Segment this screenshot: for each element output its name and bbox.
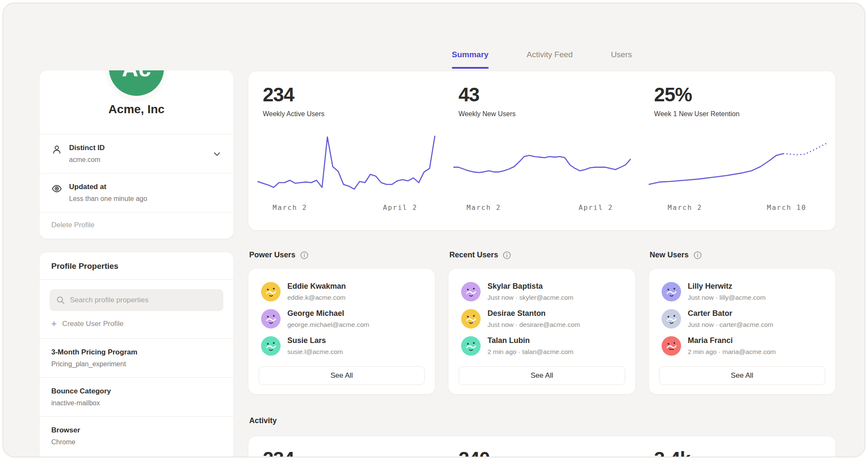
user-detail: susie.l@acme.com <box>287 348 343 356</box>
info-icon[interactable] <box>503 251 511 259</box>
property-row: Browser Chrome <box>39 417 234 455</box>
property-value: inactive-mailbox <box>51 399 222 407</box>
activity-stat-value: 3.4k <box>654 449 835 457</box>
x-tick-label: March 10 <box>767 204 807 212</box>
user-row[interactable]: Desirae Stanton Just now · desirare@acme… <box>459 305 625 332</box>
user-name: Lilly Herwitz <box>688 282 766 291</box>
x-tick-label: April 2 <box>383 204 417 212</box>
profile-card: Ac Acme, Inc Distinct ID acme.com <box>39 70 234 239</box>
user-detail: 2 min ago · talan@acme.com <box>487 348 573 356</box>
see-all-button[interactable]: See All <box>259 366 425 385</box>
create-user-profile-button[interactable]: + Create User Profile <box>39 311 234 338</box>
user-detail: george.michael@acme.com <box>287 321 369 329</box>
x-tick-label: April 2 <box>579 204 613 212</box>
user-detail: Just now · desirare@acme.com <box>487 321 580 329</box>
user-name: Maria Franci <box>688 336 776 345</box>
power-users-card: Eddie Kwakman eddie.k@acme.com George Mi… <box>248 269 435 394</box>
user-detail: Just now · lilly@acme.com <box>688 294 766 301</box>
profile-properties-title: Profile Properties <box>39 252 234 279</box>
recent-users-card: Skylar Baptista Just now · skyler@acme.c… <box>448 269 635 394</box>
profile-properties-card: Profile Properties + Create User Profile… <box>39 252 234 457</box>
x-tick-label: March 2 <box>467 204 501 212</box>
profile-sidebar: Ac Acme, Inc Distinct ID acme.com <box>39 41 234 457</box>
power-users-title: Power Users <box>249 251 295 259</box>
user-detail: Just now · carter@acme.com <box>688 321 773 329</box>
property-value: Chrome <box>51 438 222 446</box>
recent-users-column: Recent Users Skylar Baptista Just now · … <box>448 251 635 394</box>
property-name: Browser <box>51 426 222 435</box>
weekly-new-users-chart <box>450 130 634 198</box>
user-avatar <box>662 282 681 301</box>
divider <box>39 279 234 280</box>
app-window: Ac Acme, Inc Distinct ID acme.com <box>3 3 865 457</box>
user-name: Susie Lars <box>287 336 343 345</box>
search-input[interactable] <box>70 296 217 304</box>
user-avatar <box>662 309 681 329</box>
recent-users-title: Recent Users <box>449 251 498 259</box>
distinct-id-row[interactable]: Distinct ID acme.com <box>39 134 234 173</box>
power-users-column: Power Users Eddie Kwakman eddie.k@acme.c… <box>248 251 435 394</box>
user-row[interactable]: Skylar Baptista Just now · skyler@acme.c… <box>459 278 625 305</box>
profile-avatar-initials: Ac <box>122 70 151 81</box>
distinct-id-value: acme.com <box>69 156 206 164</box>
stat-weekly-new-users: 43 Weekly New Users March 2 April 2 <box>444 71 640 230</box>
activity-stat-value: 240 <box>459 449 640 457</box>
activity-section-title: Activity <box>249 416 835 425</box>
stat-label: Weekly Active Users <box>263 110 444 118</box>
property-name: Bounce Category <box>51 387 222 396</box>
stat-value: 43 <box>459 85 640 104</box>
new-users-column: New Users Lilly Herwitz Just now · lilly… <box>649 251 835 394</box>
updated-at-row: Updated at Less than one minute ago <box>39 173 234 212</box>
info-icon[interactable] <box>300 251 309 259</box>
weekly-active-users-chart <box>254 130 438 198</box>
eye-icon <box>51 183 62 194</box>
property-name: 3-Month Pricing Program <box>51 348 222 357</box>
updated-at-label: Updated at <box>69 183 222 191</box>
user-name: Talan Lubin <box>487 336 573 345</box>
search-box[interactable] <box>50 289 223 311</box>
user-row[interactable]: George Michael george.michael@acme.com <box>259 305 425 332</box>
week1-retention-chart <box>645 130 829 198</box>
create-user-profile-label: Create User Profile <box>62 320 124 328</box>
user-row[interactable]: Lilly Herwitz Just now · lilly@acme.com <box>659 278 825 305</box>
search-icon <box>56 296 65 304</box>
plus-icon: + <box>51 320 57 328</box>
user-name: Skylar Baptista <box>487 282 573 291</box>
distinct-id-label: Distinct ID <box>69 144 206 152</box>
user-avatar <box>261 309 281 329</box>
user-name: Carter Bator <box>688 309 773 318</box>
see-all-button[interactable]: See All <box>459 366 625 385</box>
user-row[interactable]: Maria Franci 2 min ago · maria@acme.com <box>659 332 825 360</box>
tab-activity-feed[interactable]: Activity Feed <box>527 50 573 71</box>
user-avatar <box>261 336 281 356</box>
property-row: 3-Month Pricing Program Pricing_plan_exp… <box>39 339 234 377</box>
see-all-button[interactable]: See All <box>659 366 825 385</box>
user-detail: 2 min ago · maria@acme.com <box>688 348 776 356</box>
stat-value: 25% <box>654 85 835 104</box>
stat-label: Week 1 New User Retention <box>654 110 835 118</box>
tab-summary[interactable]: Summary <box>452 50 489 71</box>
updated-at-value: Less than one minute ago <box>69 195 222 203</box>
tab-users[interactable]: Users <box>611 50 632 71</box>
main-content: Summary Activity Feed Users 234 Weekly A… <box>248 50 835 457</box>
user-row[interactable]: Talan Lubin 2 min ago · talan@acme.com <box>459 332 625 360</box>
new-users-card: Lilly Herwitz Just now · lilly@acme.com … <box>649 269 835 394</box>
user-row[interactable]: Susie Lars susie.l@acme.com <box>259 332 425 360</box>
user-avatar <box>461 282 481 301</box>
user-avatar <box>662 336 681 356</box>
user-row[interactable]: Carter Bator Just now · carter@acme.com <box>659 305 825 332</box>
new-users-title: New Users <box>650 251 689 259</box>
user-avatar <box>461 309 481 329</box>
user-name: Desirae Stanton <box>487 309 580 318</box>
user-row[interactable]: Eddie Kwakman eddie.k@acme.com <box>259 278 425 305</box>
stat-weekly-active-users: 234 Weekly Active Users March 2 April 2 <box>248 71 444 230</box>
user-name: George Michael <box>287 309 369 318</box>
property-row: Bounce Category inactive-mailbox <box>39 378 234 416</box>
stat-week1-retention: 25% Week 1 New User Retention March 2 Ma… <box>640 71 835 230</box>
info-icon[interactable] <box>693 251 702 259</box>
delete-profile-button[interactable]: Delete Profile <box>39 212 234 239</box>
active-tab-underline <box>452 67 489 69</box>
chevron-down-icon[interactable] <box>212 149 222 159</box>
user-name: Eddie Kwakman <box>287 282 346 291</box>
user-detail: Just now · skyler@acme.com <box>487 294 573 301</box>
